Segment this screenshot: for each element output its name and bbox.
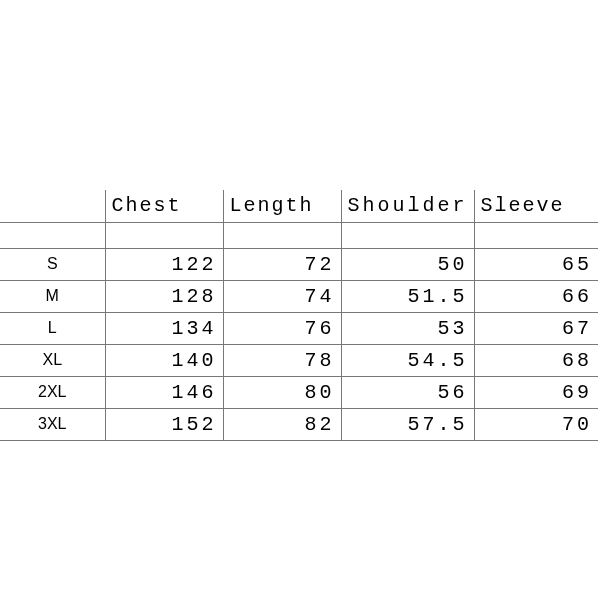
table-row: L 134 76 53 67	[0, 312, 598, 344]
cell-length: 78	[223, 344, 341, 376]
cell-sleeve: 69	[474, 376, 598, 408]
cell-chest: 122	[105, 248, 223, 280]
cell-shoulder: 50	[341, 248, 474, 280]
cell-length: 74	[223, 280, 341, 312]
cell-length: 80	[223, 376, 341, 408]
cell-size: S	[0, 248, 105, 280]
cell-size: L	[0, 312, 105, 344]
col-header-size	[0, 190, 105, 222]
cell-shoulder: 56	[341, 376, 474, 408]
cell-size: 3XL	[0, 408, 105, 440]
table-row: 3XL 152 82 57.5 70	[0, 408, 598, 440]
table-row: M 128 74 51.5 66	[0, 280, 598, 312]
cell-sleeve: 67	[474, 312, 598, 344]
size-chart-table: Chest Length Shoulder Sleeve S 122 72 50…	[0, 190, 598, 441]
spacer-row	[0, 222, 598, 248]
cell-sleeve: 66	[474, 280, 598, 312]
col-header-length: Length	[223, 190, 341, 222]
cell-chest: 134	[105, 312, 223, 344]
header-row: Chest Length Shoulder Sleeve	[0, 190, 598, 222]
col-header-shoulder: Shoulder	[341, 190, 474, 222]
col-header-chest: Chest	[105, 190, 223, 222]
cell-size: M	[0, 280, 105, 312]
cell-shoulder: 51.5	[341, 280, 474, 312]
cell-shoulder: 54.5	[341, 344, 474, 376]
cell-sleeve: 65	[474, 248, 598, 280]
table-row: 2XL 146 80 56 69	[0, 376, 598, 408]
cell-size: XL	[0, 344, 105, 376]
cell-length: 72	[223, 248, 341, 280]
table-row: S 122 72 50 65	[0, 248, 598, 280]
cell-length: 82	[223, 408, 341, 440]
cell-chest: 128	[105, 280, 223, 312]
cell-shoulder: 57.5	[341, 408, 474, 440]
cell-shoulder: 53	[341, 312, 474, 344]
table-row: XL 140 78 54.5 68	[0, 344, 598, 376]
col-header-sleeve: Sleeve	[474, 190, 598, 222]
cell-chest: 140	[105, 344, 223, 376]
cell-sleeve: 70	[474, 408, 598, 440]
cell-size: 2XL	[0, 376, 105, 408]
cell-chest: 146	[105, 376, 223, 408]
cell-length: 76	[223, 312, 341, 344]
cell-sleeve: 68	[474, 344, 598, 376]
cell-chest: 152	[105, 408, 223, 440]
